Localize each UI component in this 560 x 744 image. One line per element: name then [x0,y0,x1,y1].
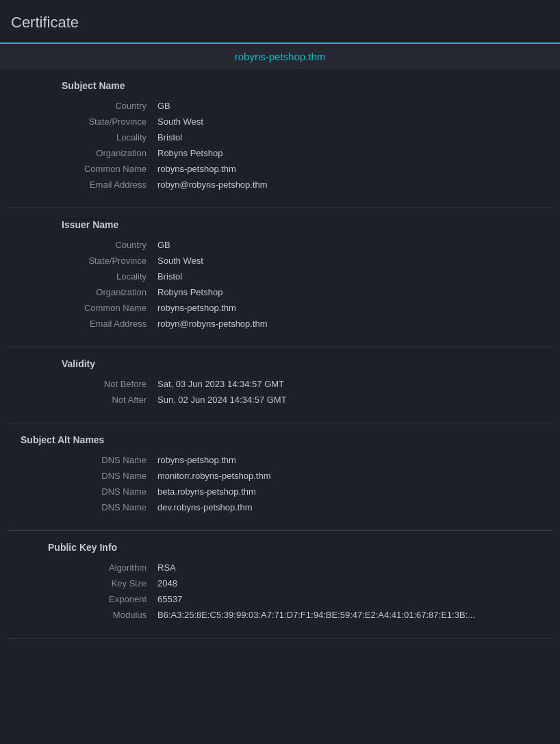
field-value: South West [157,256,203,266]
field-value: RSA [157,562,176,573]
table-row: Algorithm RSA [7,561,553,574]
field-value: Sun, 02 Jun 2024 14:34:57 GMT [157,395,287,405]
field-value: Bristol [157,132,182,142]
field-value: GB [157,240,170,250]
field-label: Email Address [7,179,157,190]
table-row: Key Size 2048 [7,577,553,590]
field-label: Country [7,240,157,250]
field-label: Organization [7,287,157,297]
field-label: Locality [7,132,157,142]
field-label: DNS Name [7,502,157,512]
table-row: DNS Name robyns-petshop.thm [7,454,553,467]
public-key-info-title: Public Key Info [7,542,553,553]
field-value: robyns-petshop.thm [157,455,236,465]
field-value: robyns-petshop.thm [157,164,236,174]
field-value: South West [157,116,203,127]
subject-alt-names-section: Subject Alt Names DNS Name robyns-petsho… [7,423,553,531]
table-row: DNS Name dev.robyns-petshop.thm [7,501,553,514]
field-label: Exponent [7,594,157,604]
table-row: Country GB [7,238,553,251]
table-row: Country GB [7,99,553,112]
page-title: Certificate [0,0,560,42]
table-row: DNS Name monitorr.robyns-petshop.thm [7,469,553,482]
table-row: DNS Name beta.robyns-petshop.thm [7,485,553,498]
table-row: State/Province South West [7,254,553,267]
table-row: Organization Robyns Petshop [7,147,553,160]
table-row: Common Name robyns-petshop.thm [7,301,553,314]
table-row: Not Before Sat, 03 Jun 2023 14:34:57 GMT [7,377,553,390]
table-row: State/Province South West [7,115,553,128]
domain-bar: robyns-petshop.thm [0,42,560,69]
issuer-name-section: Issuer Name Country GB State/Province So… [7,208,553,347]
field-label: DNS Name [7,486,157,497]
field-label: Locality [7,271,157,282]
field-label: Common Name [7,303,157,313]
table-row: Email Address robyn@robyns-petshop.thm [7,317,553,330]
table-row: Locality Bristol [7,270,553,283]
field-label: DNS Name [7,471,157,481]
field-value: Bristol [157,271,182,282]
cert-container: Subject Name Country GB State/Province S… [0,69,560,638]
field-value: Robyns Petshop [157,148,222,158]
field-label: Not Before [7,379,157,389]
field-value: 65537 [157,594,182,604]
table-row: Exponent 65537 [7,593,553,606]
field-label: Email Address [7,319,157,329]
field-value: dev.robyns-petshop.thm [157,502,253,512]
field-label: Common Name [7,164,157,174]
table-row: Locality Bristol [7,131,553,144]
field-label: Algorithm [7,562,157,573]
subject-name-title: Subject Name [7,80,553,91]
domain-link[interactable]: robyns-petshop.thm [235,51,326,62]
table-row: Common Name robyns-petshop.thm [7,162,553,175]
validity-section: Validity Not Before Sat, 03 Jun 2023 14:… [7,347,553,423]
field-value: 2048 [157,578,177,588]
field-value: monitorr.robyns-petshop.thm [157,471,270,481]
field-value: robyn@robyns-petshop.thm [157,319,268,329]
field-label: Organization [7,148,157,158]
table-row: Organization Robyns Petshop [7,286,553,299]
field-value: robyn@robyns-petshop.thm [157,179,268,190]
field-value: Robyns Petshop [157,287,222,297]
field-label: Modulus [7,610,157,620]
field-value: Sat, 03 Jun 2023 14:34:57 GMT [157,379,284,389]
field-label: Key Size [7,578,157,588]
field-value: GB [157,101,170,111]
field-label: Country [7,101,157,111]
table-row: Not After Sun, 02 Jun 2024 14:34:57 GMT [7,393,553,406]
validity-title: Validity [7,358,553,369]
issuer-name-title: Issuer Name [7,219,553,230]
subject-name-section: Subject Name Country GB State/Province S… [7,69,553,208]
field-value: B6:A3:25:8E:C5:39:99:03:A7:71:D7:F1:94:B… [157,610,475,620]
field-value: beta.robyns-petshop.thm [157,486,256,497]
field-label: Not After [7,395,157,405]
field-label: State/Province [7,256,157,266]
table-row: Modulus B6:A3:25:8E:C5:39:99:03:A7:71:D7… [7,608,553,621]
field-label: DNS Name [7,455,157,465]
public-key-info-section: Public Key Info Algorithm RSA Key Size 2… [7,531,553,638]
table-row: Email Address robyn@robyns-petshop.thm [7,178,553,191]
field-value: robyns-petshop.thm [157,303,236,313]
field-label: State/Province [7,116,157,127]
subject-alt-names-title: Subject Alt Names [7,434,553,445]
